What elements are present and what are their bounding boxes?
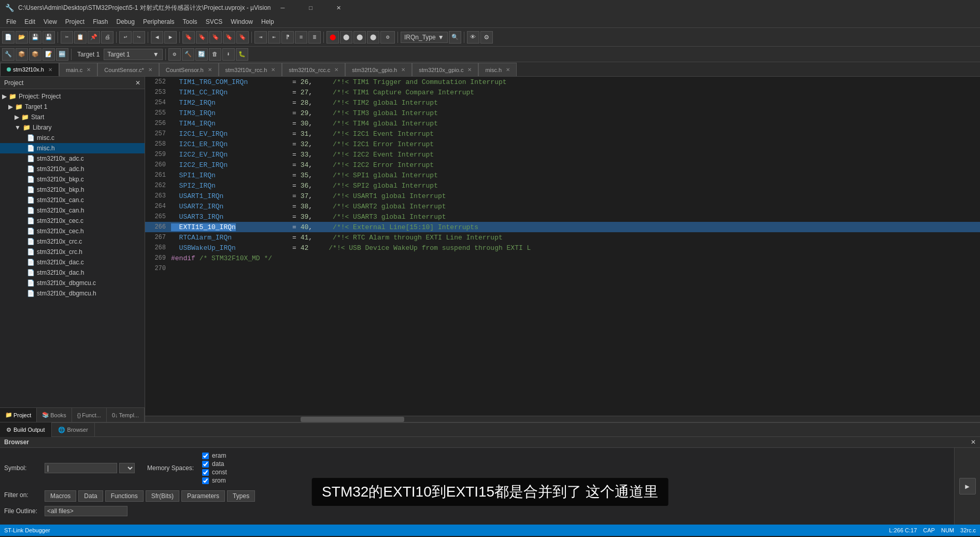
checkbox-const[interactable]: const bbox=[202, 469, 227, 476]
tb2-debug-btn[interactable]: 🐛 bbox=[236, 48, 248, 61]
menu-file[interactable]: File bbox=[2, 17, 20, 26]
menu-window[interactable]: Window bbox=[226, 17, 257, 26]
tab-rcc-c[interactable]: stm32f10x_rcc.c ✕ bbox=[282, 63, 345, 76]
const-checkbox[interactable] bbox=[202, 469, 209, 476]
menu-flash[interactable]: Flash bbox=[89, 17, 112, 26]
hex-btn[interactable]: ⬤ bbox=[367, 31, 379, 44]
tab-gpio-c[interactable]: stm32f10x_gpio.c ✕ bbox=[412, 63, 478, 76]
eram-checkbox[interactable] bbox=[202, 453, 209, 459]
tb2-rebuild-btn[interactable]: 🔄 bbox=[195, 48, 208, 61]
tab-close-icon[interactable]: ✕ bbox=[208, 67, 212, 73]
symbol-input[interactable] bbox=[45, 463, 117, 473]
print-btn[interactable]: 🖨 bbox=[101, 31, 113, 44]
nav-back-btn[interactable]: ◀ bbox=[151, 31, 163, 44]
tab-main-c[interactable]: main.c ✕ bbox=[59, 63, 97, 76]
tree-crc-c[interactable]: 📄 stm32f10x_crc.c bbox=[0, 236, 145, 247]
save-all-btn[interactable]: 💾 bbox=[42, 31, 55, 44]
tb2-config-btn[interactable]: ⚙ bbox=[168, 48, 181, 61]
menu-peripherals[interactable]: Peripherals bbox=[139, 17, 179, 26]
tree-start[interactable]: ▶ 📁 Start bbox=[0, 112, 145, 122]
redo-btn[interactable]: ↪ bbox=[133, 31, 145, 44]
tab-close-icon[interactable]: ✕ bbox=[467, 67, 472, 73]
tree-bkp-h[interactable]: 📄 stm32f10x_bkp.h bbox=[0, 185, 145, 195]
tab-close-icon[interactable]: ✕ bbox=[334, 67, 338, 73]
tree-cec-h[interactable]: 📄 stm32f10x_cec.h bbox=[0, 226, 145, 236]
checkbox-srom[interactable]: srom bbox=[202, 477, 227, 484]
bottom-tab-build-output[interactable]: ⚙ Build Output bbox=[0, 422, 52, 437]
format-btn[interactable]: ⁋ bbox=[281, 31, 294, 44]
file-outline-input[interactable] bbox=[45, 506, 127, 516]
minimize-button[interactable]: ─ bbox=[271, 0, 295, 16]
tree-misc-h[interactable]: 📄 misc.h bbox=[0, 143, 145, 153]
tree-target1[interactable]: ▶ 📁 Target 1 bbox=[0, 102, 145, 112]
checkbox-eram[interactable]: eram bbox=[202, 452, 227, 459]
target-dropdown[interactable]: Target 1 ▼ bbox=[104, 49, 162, 60]
menu-help[interactable]: Help bbox=[257, 17, 278, 26]
save-btn[interactable]: 💾 bbox=[29, 31, 41, 44]
left-tab-project[interactable]: 📁 Project bbox=[0, 408, 37, 422]
tab-close-icon[interactable]: ✕ bbox=[271, 67, 275, 73]
settings-btn[interactable]: ⚙ bbox=[480, 31, 493, 44]
tb2-clean-btn[interactable]: 🗑 bbox=[209, 48, 221, 61]
tab-rcc-h[interactable]: stm32f10x_rcc.h ✕ bbox=[219, 63, 282, 76]
bookmark4-btn[interactable]: 🔖 bbox=[223, 31, 235, 44]
bookmark5-btn[interactable]: 🔖 bbox=[236, 31, 249, 44]
pause-btn[interactable]: ⬤ bbox=[353, 31, 366, 44]
tb2-btn2[interactable]: 📦 bbox=[16, 48, 28, 61]
tree-dac-c[interactable]: 📄 stm32f10x_dac.c bbox=[0, 257, 145, 267]
run-btn[interactable]: ⬤ bbox=[326, 31, 339, 44]
project-tree[interactable]: ▶ 📁 Project: Project ▶ 📁 Target 1 ▶ 📁 St… bbox=[0, 89, 145, 407]
tab-close-icon[interactable]: ✕ bbox=[401, 67, 405, 73]
menu-edit[interactable]: Edit bbox=[20, 17, 39, 26]
close-button[interactable]: ✕ bbox=[327, 0, 351, 16]
tab-stm32f10x-h[interactable]: stm32f10x.h ✕ bbox=[0, 63, 59, 76]
tree-dbgmcu-h[interactable]: 📄 stm32f10x_dbgmcu.h bbox=[0, 288, 145, 299]
view-btn[interactable]: 👁 bbox=[467, 31, 479, 44]
types-button[interactable]: Types bbox=[227, 490, 255, 502]
outdent-btn[interactable]: ⇤ bbox=[268, 31, 280, 44]
new-file-btn[interactable]: 📄 bbox=[2, 31, 15, 44]
undo-btn[interactable]: ↩ bbox=[119, 31, 132, 44]
panel-close-icon[interactable]: ✕ bbox=[971, 439, 976, 446]
srom-checkbox[interactable] bbox=[202, 477, 209, 484]
left-tab-books[interactable]: 📚 Books bbox=[37, 408, 72, 422]
tree-dbgmcu-c[interactable]: 📄 stm32f10x_dbgmcu.c bbox=[0, 278, 145, 288]
open-btn[interactable]: 📂 bbox=[16, 31, 28, 44]
macros-button[interactable]: Macros bbox=[45, 490, 76, 502]
menu-tools[interactable]: Tools bbox=[179, 17, 202, 26]
menu-view[interactable]: View bbox=[39, 17, 61, 26]
copy-btn[interactable]: 📋 bbox=[74, 31, 87, 44]
tree-dac-h[interactable]: 📄 stm32f10x_dac.h bbox=[0, 267, 145, 278]
left-tab-templates[interactable]: 0↓ Templ... bbox=[107, 408, 145, 422]
tree-cec-c[interactable]: 📄 stm32f10x_cec.c bbox=[0, 216, 145, 226]
tree-can-h[interactable]: 📄 stm32f10x_can.h bbox=[0, 205, 145, 216]
menu-svcs[interactable]: SVCS bbox=[202, 17, 227, 26]
sfr-bits-button[interactable]: Sfr(Bits) bbox=[146, 490, 179, 502]
tab-close-icon[interactable]: ✕ bbox=[87, 67, 91, 73]
tb2-btn1[interactable]: 🔧 bbox=[2, 48, 15, 61]
tab-close-icon[interactable]: ✕ bbox=[506, 67, 510, 73]
tab-close-icon[interactable]: ✕ bbox=[48, 67, 52, 73]
horizontal-scrollbar[interactable] bbox=[145, 416, 980, 422]
tab-gpio-h[interactable]: stm32f10x_gpio.h ✕ bbox=[345, 63, 412, 76]
data-button[interactable]: Data bbox=[78, 490, 103, 502]
bookmark3-btn[interactable]: 🔖 bbox=[209, 31, 222, 44]
indent-btn[interactable]: ⇥ bbox=[254, 31, 267, 44]
stop-btn[interactable]: ⬤ bbox=[340, 31, 352, 44]
tree-crc-h[interactable]: 📄 stm32f10x_crc.h bbox=[0, 247, 145, 257]
tree-adc-h[interactable]: 📄 stm32f10x_adc.h bbox=[0, 164, 145, 174]
close-panel-icon[interactable]: ✕ bbox=[135, 79, 140, 87]
paste-btn[interactable]: 📌 bbox=[88, 31, 100, 44]
tree-misc-c[interactable]: 📄 misc.c bbox=[0, 133, 145, 143]
irqn-dropdown[interactable]: IRQn_Type ▼ bbox=[401, 32, 448, 43]
tree-project-root[interactable]: ▶ 📁 Project: Project bbox=[0, 91, 145, 102]
tb2-btn4[interactable]: 📝 bbox=[42, 48, 55, 61]
menu-project[interactable]: Project bbox=[61, 17, 89, 26]
data-checkbox[interactable] bbox=[202, 461, 209, 468]
tab-countsensor-h[interactable]: CountSensor.h ✕ bbox=[159, 63, 219, 76]
tab-countsensor-c[interactable]: CountSensor.c* ✕ bbox=[97, 63, 159, 76]
bottom-tab-browser[interactable]: 🌐 Browser bbox=[52, 422, 95, 437]
build-btn[interactable]: ⚙ bbox=[380, 31, 395, 44]
format2-btn[interactable]: ≡ bbox=[295, 31, 307, 44]
tb2-build-target-btn[interactable]: 🔨 bbox=[182, 48, 194, 61]
